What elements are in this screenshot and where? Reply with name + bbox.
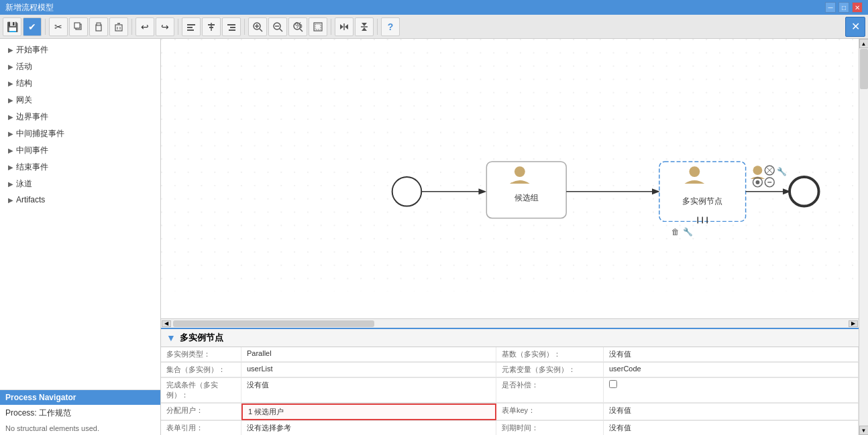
- main-container: ▶ 开始事件 ▶ 活动 ▶ 结构 ▶ 网关 ▶ 边界事件 ▶ 中间捕捉事件: [0, 39, 868, 435]
- window-controls: ─ □ ✕: [825, 2, 863, 13]
- prop-row-3: 完成条件（多实例）： 没有值 是否补偿：: [161, 378, 859, 403]
- zoom-out-button[interactable]: [268, 17, 287, 36]
- prop-value-type: Parallel: [241, 347, 496, 362]
- sidebar-item-swimlane[interactable]: ▶ 泳道: [0, 176, 160, 192]
- horizontal-scrollbar[interactable]: ◀ ▶: [161, 318, 859, 328]
- check-button[interactable]: ✔: [23, 17, 42, 36]
- prop-row-2: 集合（多实例）： userList 元素变量（多实例）： userCode: [161, 363, 859, 378]
- sidebar-item-label: 泳道: [16, 178, 32, 190]
- maximize-button[interactable]: □: [838, 2, 849, 13]
- svg-marker-30: [345, 24, 348, 29]
- scrollbar-thumb[interactable]: [860, 49, 868, 89]
- properties-header: ▼ 多实例节点: [161, 329, 859, 347]
- prop-value-form-key: 没有值: [604, 403, 859, 420]
- sidebar-item-artifacts[interactable]: ▶ Artifacts: [0, 192, 160, 207]
- start-event[interactable]: [392, 177, 422, 206]
- zoom-page-button[interactable]: [309, 17, 327, 36]
- process-label: Process:: [5, 408, 37, 418]
- sidebar-item-activity[interactable]: ▶ 活动: [0, 58, 160, 75]
- arrow-icon: ▶: [8, 180, 13, 188]
- prop-value-compensation: [604, 378, 859, 403]
- arrow-icon: ▶: [8, 196, 13, 204]
- align2-button[interactable]: [202, 17, 221, 36]
- minimize-button[interactable]: ─: [825, 2, 836, 13]
- sidebar-item-end-event[interactable]: ▶ 结束事件: [0, 159, 160, 176]
- svg-point-44: [753, 166, 763, 175]
- sidebar-item-boundary-event[interactable]: ▶ 边界事件: [0, 109, 160, 125]
- canvas-area: 候选组 多实例节点: [161, 39, 859, 435]
- copy-button[interactable]: [69, 17, 88, 36]
- compensation-checkbox[interactable]: [609, 380, 617, 388]
- align3-button[interactable]: [222, 17, 241, 36]
- process-value: 工作规范: [39, 408, 71, 418]
- separator-2: [131, 19, 132, 35]
- settings-icon[interactable]: 🔧: [683, 227, 693, 237]
- prop-row-1: 多实例类型： Parallel 基数（多实例）： 没有值: [161, 347, 859, 363]
- sidebar-item-label: 中间事件: [16, 145, 48, 156]
- canvas-svg: 候选组 多实例节点: [161, 39, 859, 318]
- sidebar-items-list: ▶ 开始事件 ▶ 活动 ▶ 结构 ▶ 网关 ▶ 边界事件 ▶ 中间捕捉事件: [0, 39, 160, 389]
- scroll-left-btn[interactable]: ◀: [162, 320, 171, 327]
- arrow-icon: ▶: [8, 130, 13, 137]
- arrow-icon: ▶: [8, 46, 13, 54]
- scroll-right-btn[interactable]: ▶: [849, 320, 858, 327]
- sidebar-item-intermediate-catch[interactable]: ▶ 中间捕捉事件: [0, 125, 160, 142]
- scroll-down-btn[interactable]: ▼: [859, 426, 869, 435]
- task2-box[interactable]: [659, 162, 746, 221]
- right-scrollbar[interactable]: ▲ ▼: [859, 39, 868, 435]
- scrollbar-track: [859, 48, 869, 426]
- flip-h-button[interactable]: [335, 17, 354, 36]
- collapse-toggle[interactable]: ▼: [166, 332, 176, 343]
- close-app-button[interactable]: ✕: [845, 17, 865, 37]
- close-button[interactable]: ✕: [852, 2, 863, 13]
- task1-label: 候选组: [514, 193, 539, 202]
- sidebar-item-gateway[interactable]: ▶ 网关: [0, 92, 160, 109]
- prop-value-cardinality: 没有值: [604, 347, 859, 362]
- separator-4: [244, 19, 245, 35]
- arrow-icon: ▶: [8, 63, 13, 70]
- save-button[interactable]: 💾: [3, 17, 21, 36]
- redo-button[interactable]: ↪: [156, 17, 174, 36]
- svg-rect-9: [187, 27, 193, 28]
- title-bar: 新增流程模型 ─ □ ✕: [0, 0, 868, 15]
- end-event[interactable]: [790, 177, 819, 206]
- scroll-track: ◀ ▶: [161, 319, 859, 328]
- process-navigator-header: Process Navigator: [0, 390, 160, 405]
- help-button[interactable]: ?: [381, 17, 400, 36]
- delete-button[interactable]: [109, 17, 128, 36]
- arrow-icon: ▶: [8, 164, 13, 171]
- sidebar-item-label: 网关: [16, 95, 32, 106]
- task1-box[interactable]: [486, 162, 566, 218]
- prop-value-collection: userList: [241, 363, 496, 377]
- align1-button[interactable]: [182, 17, 201, 36]
- sidebar-item-intermediate[interactable]: ▶ 中间事件: [0, 142, 160, 159]
- svg-rect-12: [208, 24, 215, 25]
- toolbar: 💾 ✔ ✂ ↩ ↪ % ? ✕: [0, 15, 868, 39]
- cut-button[interactable]: ✂: [49, 17, 68, 36]
- svg-rect-14: [227, 24, 235, 25]
- sidebar-item-label: 开始事件: [16, 44, 48, 56]
- sidebar-item-start-event[interactable]: ▶ 开始事件: [0, 42, 160, 58]
- task2-label: 多实例节点: [682, 196, 722, 206]
- svg-rect-10: [187, 29, 194, 31]
- sidebar-item-structure[interactable]: ▶ 结构: [0, 75, 160, 92]
- svg-point-40: [689, 166, 700, 177]
- flip-v-button[interactable]: [355, 17, 374, 36]
- sidebar-item-label: 活动: [16, 61, 32, 72]
- undo-button[interactable]: ↩: [135, 17, 154, 36]
- prop-value-due-date: 没有值: [604, 421, 859, 435]
- scroll-thumb[interactable]: [173, 320, 374, 327]
- prop-value-form-ref: 没有选择参考: [241, 421, 496, 435]
- delete-icon[interactable]: 🗑: [671, 227, 680, 237]
- prop-value-completion: 没有值: [241, 378, 496, 403]
- paste-button[interactable]: [89, 17, 108, 36]
- canvas[interactable]: 候选组 多实例节点: [161, 39, 859, 318]
- zoom-fit-button[interactable]: %: [288, 17, 307, 36]
- window-title: 新增流程模型: [5, 2, 54, 13]
- separator-1: [45, 19, 46, 35]
- sidebar: ▶ 开始事件 ▶ 活动 ▶ 结构 ▶ 网关 ▶ 边界事件 ▶ 中间捕捉事件: [0, 39, 161, 435]
- zoom-in-button[interactable]: [248, 17, 267, 36]
- prop-value-assign-user[interactable]: 1 候选用户: [241, 403, 496, 420]
- scroll-up-btn[interactable]: ▲: [859, 39, 869, 48]
- svg-rect-8: [187, 24, 195, 25]
